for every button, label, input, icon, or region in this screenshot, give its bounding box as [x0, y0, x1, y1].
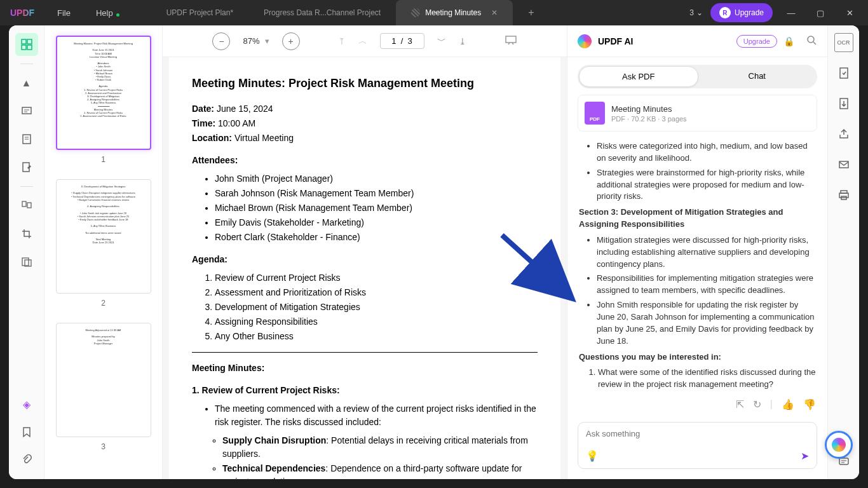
svg-rect-26 — [839, 458, 848, 464]
ai-text-input[interactable] — [586, 429, 809, 438]
compress-tool[interactable] — [834, 94, 853, 113]
print-tool[interactable] — [834, 186, 853, 205]
bookmark-icon[interactable] — [15, 421, 38, 444]
send-button[interactable]: ➤ — [801, 450, 809, 462]
layers-tool[interactable]: ◈ — [15, 393, 38, 416]
thumbnails-tool[interactable] — [15, 33, 38, 56]
highlighter-tool[interactable]: ▲ — [15, 72, 38, 95]
tab-label: Meeting Minutes — [425, 8, 481, 17]
svg-rect-1 — [27, 39, 32, 44]
thumb-number: 1 — [51, 155, 156, 164]
organize-tool[interactable] — [15, 194, 38, 217]
thumbnail-panel: Meeting Minutes: Project Risk Management… — [44, 25, 163, 479]
tab-count[interactable]: 3 ⌄ — [689, 8, 703, 17]
right-toolbar: OCR — [827, 25, 859, 479]
lock-icon: 🔒 — [783, 36, 794, 46]
menu-file[interactable]: File — [44, 8, 83, 18]
suggested-question-1[interactable]: What were some of the identified risks d… — [598, 367, 816, 391]
document-area: − 87%▾ + ⤒ ︿ 1 / 3 ﹀ ⤓ Meeting Minutes: … — [163, 25, 567, 479]
ai-title: UPDF AI — [598, 36, 730, 46]
svg-rect-3 — [27, 45, 32, 50]
ai-input-box: 💡 ➤ — [578, 422, 817, 469]
last-page-button[interactable]: ⤓ — [459, 36, 466, 46]
document-content[interactable]: Meeting Minutes: Project Risk Management… — [163, 57, 567, 479]
tab-progress-data[interactable]: Progress Data R...Channel Project — [248, 0, 396, 25]
file-card: PDF Meeting Minutes PDF · 70.2 KB · 3 pa… — [578, 95, 817, 132]
prev-page-button[interactable]: ︿ — [358, 36, 367, 47]
titlebar: UPDF File Help UPDF Project Plan* Progre… — [0, 0, 868, 25]
zoom-level[interactable]: 87%▾ — [243, 36, 269, 46]
share-tool[interactable] — [834, 125, 853, 144]
svg-rect-15 — [506, 36, 516, 43]
file-name: Meeting Minutes — [611, 104, 687, 114]
svg-rect-12 — [27, 203, 31, 208]
comment-tool[interactable] — [15, 100, 38, 123]
tab-ask-pdf[interactable]: Ask PDF — [579, 66, 698, 87]
ai-actions: ⇱ ↻ | 👍 👎 — [567, 392, 827, 417]
left-toolbar: ▲ ◈ — [9, 25, 44, 479]
thumb-number: 3 — [51, 442, 156, 451]
ai-response: Risks were categorized into high, medium… — [567, 138, 827, 392]
svg-rect-2 — [22, 45, 26, 50]
svg-rect-22 — [839, 161, 848, 168]
ai-tabs: Ask PDF Chat — [578, 65, 817, 88]
zoom-in-button[interactable]: + — [282, 32, 300, 50]
menu-help[interactable]: Help — [83, 8, 126, 18]
thumb-number: 2 — [51, 299, 156, 308]
tab-meeting-minutes[interactable]: Meeting Minutes ✕ — [396, 0, 513, 25]
email-tool[interactable] — [834, 155, 853, 174]
ai-upgrade-button[interactable]: Upgrade — [736, 35, 777, 48]
maximize-button[interactable]: ▢ — [810, 2, 831, 24]
convert-tool[interactable] — [834, 64, 853, 83]
svg-rect-11 — [22, 201, 26, 207]
new-tab-button[interactable]: + — [513, 0, 549, 25]
zoom-out-button[interactable]: − — [212, 32, 230, 50]
workspace: ▲ ◈ Meeting Minutes: Project Risk Manage… — [9, 25, 859, 479]
tab-icon — [411, 8, 420, 17]
thumbs-up-icon[interactable]: 👍 — [782, 398, 794, 410]
svg-point-18 — [808, 36, 814, 43]
presentation-button[interactable] — [505, 35, 517, 47]
edit-tool[interactable] — [15, 156, 38, 179]
pdf-file-icon: PDF — [585, 102, 605, 125]
ai-logo-icon — [578, 34, 592, 48]
svg-rect-20 — [840, 68, 848, 78]
page-1: Meeting Minutes: Project Risk Management… — [169, 57, 560, 479]
svg-rect-13 — [22, 258, 29, 266]
close-window-button[interactable]: ✕ — [839, 2, 860, 24]
refresh-icon[interactable]: ↻ — [753, 398, 761, 410]
ai-header: UPDF AI Upgrade 🔒 — [567, 25, 827, 57]
svg-line-19 — [813, 42, 816, 44]
ai-fab-button[interactable] — [825, 431, 853, 459]
document-toolbar: − 87%▾ + ⤒ ︿ 1 / 3 ﹀ ⤓ — [163, 25, 567, 57]
close-tab-icon[interactable]: ✕ — [491, 8, 498, 17]
app-logo: UPDF — [0, 8, 44, 18]
chevron-down-icon: ⌄ — [696, 8, 703, 17]
bookmarks-tool[interactable] — [15, 128, 38, 151]
ai-panel: UPDF AI Upgrade 🔒 Ask PDF Chat PDF Meeti… — [567, 25, 827, 479]
redact-tool[interactable] — [15, 250, 38, 273]
svg-rect-24 — [839, 193, 848, 198]
ocr-tool[interactable]: OCR — [834, 33, 853, 52]
document-tabs: UPDF Project Plan* Progress Data R...Cha… — [151, 0, 690, 25]
crop-tool[interactable] — [15, 222, 38, 245]
thumbs-down-icon[interactable]: 👎 — [803, 398, 816, 410]
tab-chat[interactable]: Chat — [698, 66, 817, 87]
next-page-button[interactable]: ﹀ — [437, 36, 446, 47]
lightbulb-icon[interactable]: 💡 — [586, 450, 599, 462]
thumbnail-3[interactable]: Meeting Adjourned at 11:30 AMMinutes pre… — [51, 323, 156, 451]
thumbnail-2[interactable]: 3. Development of Mitigation Strategies•… — [51, 179, 156, 308]
upgrade-button[interactable]: RUpgrade — [710, 3, 773, 22]
svg-rect-4 — [22, 107, 31, 114]
search-icon[interactable] — [806, 34, 817, 48]
doc-title: Meeting Minutes: Project Risk Management… — [192, 75, 538, 92]
thumbnail-1[interactable]: Meeting Minutes: Project Risk Management… — [51, 36, 156, 164]
svg-rect-0 — [22, 39, 26, 44]
export-icon[interactable]: ⇱ — [736, 398, 744, 410]
minimize-button[interactable]: — — [780, 2, 802, 24]
file-meta: PDF · 70.2 KB · 3 pages — [611, 115, 687, 123]
tab-project-plan[interactable]: UPDF Project Plan* — [151, 0, 248, 25]
first-page-button[interactable]: ⤒ — [338, 36, 346, 46]
attachment-icon[interactable] — [15, 449, 38, 471]
page-input[interactable]: 1 / 3 — [380, 33, 424, 49]
